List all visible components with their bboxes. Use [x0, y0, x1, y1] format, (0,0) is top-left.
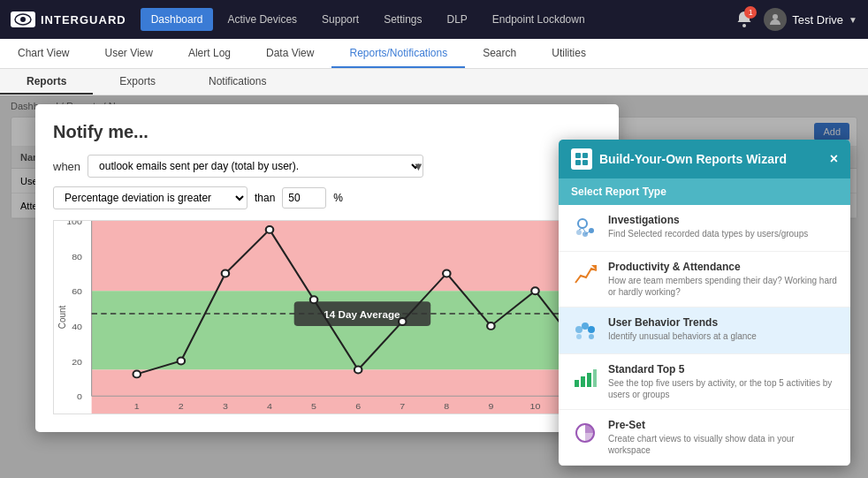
svg-rect-4 — [92, 221, 591, 291]
nav-data-view[interactable]: Data View — [248, 39, 331, 68]
svg-text:7: 7 — [400, 401, 405, 411]
preset-text: Pre-Set Create chart views to visually s… — [608, 419, 838, 456]
than-label: than — [255, 192, 275, 204]
deviation-row: Percentage deviation is greater than % — [53, 186, 601, 209]
top-navigation: INTERGUARD Dashboard Active Devices Supp… — [0, 0, 868, 39]
svg-rect-44 — [575, 160, 581, 165]
svg-rect-43 — [582, 153, 588, 158]
svg-text:100: 100 — [66, 221, 82, 226]
wizard-item-behavior[interactable]: User Behavior Trends Identify unusual be… — [559, 307, 850, 354]
deviation-dropdown[interactable]: Percentage deviation is greater — [53, 186, 247, 209]
productivity-icon — [571, 261, 599, 289]
svg-rect-45 — [582, 160, 588, 165]
svg-text:Count: Count — [57, 306, 66, 330]
nav-active-devices[interactable]: Active Devices — [217, 8, 308, 31]
svg-rect-60 — [581, 376, 585, 387]
svg-text:0: 0 — [77, 391, 82, 401]
logo-text: INTERGUARD — [41, 13, 126, 27]
svg-text:20: 20 — [72, 357, 82, 367]
nav-chart-view[interactable]: Chart View — [0, 39, 87, 68]
wizard-item-productivity[interactable]: Productivity & Attendance How are team m… — [559, 252, 850, 307]
svg-point-56 — [588, 326, 595, 333]
svg-point-38 — [443, 269, 451, 277]
nav-dlp[interactable]: DLP — [436, 8, 477, 31]
svg-rect-42 — [575, 153, 581, 158]
svg-text:6: 6 — [355, 401, 361, 411]
nav-dashboard[interactable]: Dashboard — [141, 8, 214, 31]
nav-search[interactable]: Search — [465, 39, 534, 68]
svg-text:2: 2 — [179, 401, 184, 411]
wizard-item-top5[interactable]: Standard Top 5 See the top five users by… — [559, 354, 850, 410]
top5-text: Standard Top 5 See the top five users by… — [608, 363, 838, 400]
user-dropdown-icon: ▼ — [849, 15, 857, 25]
wizard-item-investigations[interactable]: Investigations Find Selected recorded da… — [559, 205, 850, 252]
svg-text:14 Day Average: 14 Day Average — [324, 309, 400, 320]
svg-point-2 — [742, 24, 746, 27]
tab-notifications[interactable]: Notifications — [182, 69, 293, 95]
bell-badge: 1 — [744, 6, 757, 19]
notify-modal: Notify me... when outlook emails sent pe… — [35, 104, 619, 432]
svg-point-34 — [266, 226, 274, 233]
when-dropdown[interactable]: outlook emails sent per day (total by us… — [88, 155, 423, 178]
second-navigation: Chart View User View Alert Log Data View… — [0, 39, 868, 69]
wizard-close-button[interactable]: × — [830, 151, 838, 167]
behavior-icon — [571, 316, 599, 345]
svg-point-31 — [133, 370, 141, 377]
svg-point-58 — [589, 334, 594, 339]
bell-button[interactable]: 1 — [735, 10, 753, 30]
user-name: Test Drive — [792, 13, 843, 27]
svg-text:4: 4 — [267, 401, 272, 411]
wizard-item-preset[interactable]: Pre-Set Create chart views to visually s… — [559, 410, 850, 466]
svg-text:3: 3 — [223, 401, 228, 411]
svg-text:9: 9 — [488, 401, 493, 411]
svg-text:80: 80 — [72, 252, 82, 262]
nav-utilities[interactable]: Utilities — [534, 39, 604, 68]
svg-rect-6 — [92, 369, 591, 414]
logo-area: INTERGUARD — [11, 11, 126, 27]
svg-point-37 — [399, 318, 407, 325]
behavior-text: User Behavior Trends Identify unusual be… — [608, 316, 757, 342]
svg-text:60: 60 — [72, 287, 82, 297]
svg-text:8: 8 — [444, 401, 449, 411]
svg-point-39 — [487, 322, 495, 330]
wizard-modal: Build-Your-Own Reports Wizard × Select R… — [559, 140, 850, 466]
notify-when-row: when outlook emails sent per day (total … — [53, 155, 601, 178]
svg-point-1 — [20, 17, 26, 22]
svg-point-47 — [576, 230, 582, 235]
chart-container: 100 80 60 40 20 0 1 2 3 4 5 6 7 8 9 10 1… — [53, 220, 601, 414]
nav-user-view[interactable]: User View — [87, 39, 170, 68]
user-avatar-icon — [764, 8, 787, 31]
nav-right-area: 1 Test Drive ▼ — [735, 8, 857, 31]
svg-point-46 — [578, 219, 587, 228]
tab-reports[interactable]: Reports — [0, 69, 93, 95]
svg-text:1: 1 — [134, 401, 140, 411]
svg-text:10: 10 — [530, 401, 541, 411]
deviation-input[interactable] — [282, 187, 326, 209]
svg-point-40 — [531, 287, 539, 294]
investigations-text: Investigations Find Selected recorded da… — [608, 214, 808, 239]
wizard-select-type-label: Select Report Type — [559, 178, 850, 205]
wizard-header-icon — [571, 148, 592, 170]
svg-point-33 — [222, 269, 230, 277]
user-menu[interactable]: Test Drive ▼ — [764, 8, 857, 31]
notify-title: Notify me... — [53, 122, 601, 142]
nav-settings[interactable]: Settings — [373, 8, 432, 31]
nav-support[interactable]: Support — [311, 8, 369, 31]
svg-point-55 — [582, 322, 589, 330]
svg-point-54 — [575, 326, 582, 333]
svg-point-35 — [310, 296, 318, 303]
svg-point-36 — [354, 366, 362, 373]
svg-text:Days: Days — [330, 412, 354, 414]
third-navigation: Reports Exports Notifications — [0, 69, 868, 95]
chart-svg: 100 80 60 40 20 0 1 2 3 4 5 6 7 8 9 10 1… — [54, 221, 600, 414]
wizard-title: Build-Your-Own Reports Wizard — [599, 152, 787, 166]
nav-reports-notifications[interactable]: Reports/Notifications — [331, 39, 465, 68]
nav-endpoint[interactable]: Endpoint Lockdown — [482, 8, 596, 31]
svg-rect-59 — [575, 380, 579, 387]
nav-alert-log[interactable]: Alert Log — [171, 39, 248, 68]
productivity-text: Productivity & Attendance How are team m… — [608, 261, 838, 298]
preset-icon — [571, 419, 599, 447]
svg-rect-61 — [587, 373, 591, 387]
when-label: when — [53, 160, 80, 173]
tab-exports[interactable]: Exports — [93, 69, 182, 95]
